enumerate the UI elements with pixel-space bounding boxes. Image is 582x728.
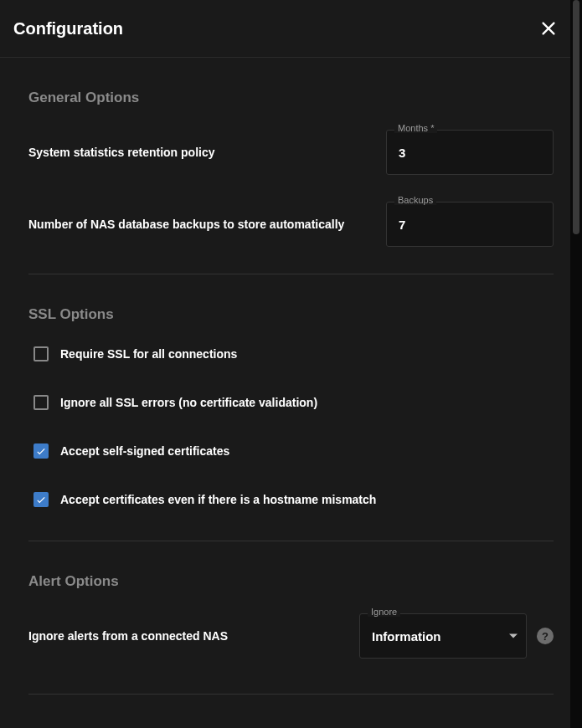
checkbox-label-hostname-mismatch: Accept certificates even if there is a h…: [60, 493, 376, 506]
checkbox-label-self-signed: Accept self-signed certificates: [60, 444, 229, 458]
checkbox-label-require-ssl: Require SSL for all connections: [60, 347, 237, 361]
row-ignore-alerts: Ignore alerts from a connected NAS Ignor…: [28, 613, 554, 659]
input-backups[interactable]: [386, 202, 554, 247]
checkbox-hostname-mismatch[interactable]: [33, 492, 49, 507]
divider: [28, 541, 554, 541]
divider: [28, 274, 554, 274]
checkbox-label-ignore-ssl-errors: Ignore all SSL errors (no certificate va…: [60, 396, 317, 409]
dialog-title: Configuration: [13, 19, 123, 38]
checkbox-row-ignore-ssl-errors: Ignore all SSL errors (no certificate va…: [28, 395, 554, 410]
label-retention-policy: System statistics retention policy: [28, 146, 386, 159]
chevron-down-icon: [509, 634, 518, 638]
label-ignore-alerts: Ignore alerts from a connected NAS: [28, 629, 359, 643]
field-ignore: Ignore Information: [359, 613, 527, 659]
label-backups: Number of NAS database backups to store …: [28, 218, 386, 231]
select-value-ignore: Information: [372, 629, 441, 643]
field-label-backups: Backups: [394, 195, 436, 205]
check-icon: [35, 494, 47, 505]
field-label-ignore: Ignore: [368, 607, 400, 617]
section-title-ssl: SSL Options: [28, 306, 554, 323]
field-months: Months *: [386, 130, 554, 175]
checkbox-ignore-ssl-errors[interactable]: [33, 395, 49, 410]
row-backups: Number of NAS database backups to store …: [28, 202, 554, 247]
check-icon: [35, 445, 47, 457]
checkbox-row-self-signed: Accept self-signed certificates: [28, 443, 554, 459]
section-title-general: General Options: [28, 90, 554, 106]
close-icon: [539, 19, 558, 38]
checkbox-row-hostname-mismatch: Accept certificates even if there is a h…: [28, 492, 554, 507]
field-label-months: Months *: [394, 123, 437, 133]
dialog-header: Configuration: [0, 0, 582, 58]
input-months[interactable]: [386, 130, 554, 175]
checkbox-self-signed[interactable]: [33, 443, 49, 459]
help-icon[interactable]: ?: [537, 628, 554, 644]
scrollbar-track[interactable]: [570, 0, 582, 728]
row-retention-policy: System statistics retention policy Month…: [28, 130, 554, 175]
select-ignore[interactable]: Information: [359, 613, 527, 659]
divider: [28, 694, 554, 695]
close-button[interactable]: [538, 18, 559, 38]
checkbox-row-require-ssl: Require SSL for all connections: [28, 346, 554, 361]
scrollbar-thumb[interactable]: [573, 0, 579, 234]
checkbox-require-ssl[interactable]: [33, 346, 49, 361]
field-backups: Backups: [386, 202, 554, 247]
section-title-alert: Alert Options: [28, 573, 554, 590]
dialog-content: General Options System statistics retent…: [0, 90, 582, 695]
